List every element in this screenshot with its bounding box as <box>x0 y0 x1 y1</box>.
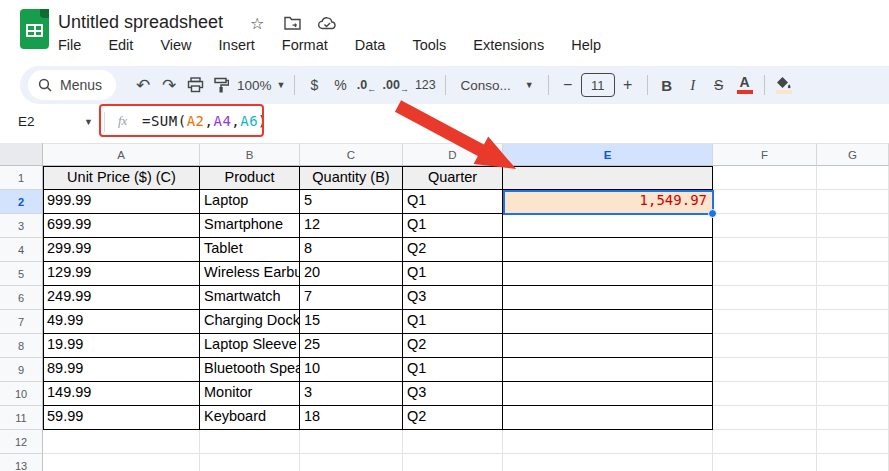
cell-D12[interactable] <box>403 430 503 454</box>
menu-format[interactable]: Format <box>282 37 328 53</box>
cell-C8[interactable]: 25 <box>300 334 403 358</box>
cell-E10[interactable] <box>503 382 713 406</box>
cell-E7[interactable] <box>503 310 713 334</box>
row-header-4[interactable]: 4 <box>0 238 43 262</box>
cell-D11[interactable]: Q2 <box>403 406 503 430</box>
cell-C3[interactable]: 12 <box>300 214 403 238</box>
menu-insert[interactable]: Insert <box>219 37 255 53</box>
cell-G9[interactable] <box>817 358 889 382</box>
name-box[interactable]: E2 <box>18 114 35 129</box>
font-family-select[interactable]: Conso... <box>452 72 520 98</box>
format-percent-button[interactable]: % <box>327 72 353 98</box>
cell-G3[interactable] <box>817 214 889 238</box>
formula-input[interactable]: =SUM(A2,A4,A6) <box>142 113 267 129</box>
cell-B3[interactable]: Smartphone <box>200 214 300 238</box>
cell-F1[interactable] <box>713 166 817 190</box>
cell-E4[interactable] <box>503 238 713 262</box>
decrease-decimal-button[interactable]: .0← <box>353 72 379 98</box>
chevron-down-icon[interactable]: ▼ <box>84 117 93 127</box>
col-header-G[interactable]: G <box>817 143 889 166</box>
cell-G11[interactable] <box>817 406 889 430</box>
italic-button[interactable]: I <box>680 72 706 98</box>
cell-D2[interactable]: Q1 <box>403 190 503 214</box>
cell-A10[interactable]: 149.99 <box>43 382 200 406</box>
cell-D9[interactable]: Q1 <box>403 358 503 382</box>
cell-D13[interactable] <box>403 454 503 471</box>
cell-C12[interactable] <box>300 430 403 454</box>
menu-help[interactable]: Help <box>571 37 601 53</box>
format-currency-button[interactable]: $ <box>301 72 327 98</box>
cell-A9[interactable]: 89.99 <box>43 358 200 382</box>
cell-G4[interactable] <box>817 238 889 262</box>
cell-E6[interactable] <box>503 286 713 310</box>
col-header-E[interactable]: E <box>503 143 713 166</box>
col-header-D[interactable]: D <box>403 143 503 166</box>
cell-G6[interactable] <box>817 286 889 310</box>
cell-G1[interactable] <box>817 166 889 190</box>
row-header-11[interactable]: 11 <box>0 406 43 430</box>
row-header-10[interactable]: 10 <box>0 382 43 406</box>
cell-C10[interactable]: 3 <box>300 382 403 406</box>
cell-B2[interactable]: Laptop <box>200 190 300 214</box>
cell-D8[interactable]: Q2 <box>403 334 503 358</box>
menu-file[interactable]: File <box>58 37 81 53</box>
row-header-12[interactable]: 12 <box>0 430 43 454</box>
cell-F11[interactable] <box>713 406 817 430</box>
cell-C11[interactable]: 18 <box>300 406 403 430</box>
cell-B10[interactable]: Monitor <box>200 382 300 406</box>
strikethrough-button[interactable]: S <box>706 72 732 98</box>
increase-font-size-button[interactable]: + <box>615 72 641 98</box>
cell-B5[interactable]: Wireless Earbuds <box>200 262 300 286</box>
row-header-6[interactable]: 6 <box>0 286 43 310</box>
cell-B1[interactable]: Product <box>200 166 300 190</box>
cell-C13[interactable] <box>300 454 403 471</box>
cell-E5[interactable] <box>503 262 713 286</box>
cell-F2[interactable] <box>713 190 817 214</box>
cell-A13[interactable] <box>43 454 200 471</box>
cell-F3[interactable] <box>713 214 817 238</box>
cell-B13[interactable] <box>200 454 300 471</box>
cell-F10[interactable] <box>713 382 817 406</box>
row-header-3[interactable]: 3 <box>0 214 43 238</box>
cell-G2[interactable] <box>817 190 889 214</box>
cell-A12[interactable] <box>43 430 200 454</box>
cell-B4[interactable]: Tablet <box>200 238 300 262</box>
cell-F13[interactable] <box>713 454 817 471</box>
cell-D4[interactable]: Q2 <box>403 238 503 262</box>
cell-F9[interactable] <box>713 358 817 382</box>
cell-B6[interactable]: Smartwatch <box>200 286 300 310</box>
cell-B7[interactable]: Charging Dock <box>200 310 300 334</box>
redo-button[interactable]: ↷ <box>156 72 182 98</box>
more-formats-button[interactable]: 123 <box>412 72 439 98</box>
cell-G8[interactable] <box>817 334 889 358</box>
print-button[interactable] <box>182 72 208 98</box>
row-header-5[interactable]: 5 <box>0 262 43 286</box>
document-title[interactable]: Untitled spreadsheet <box>58 12 223 33</box>
cell-C6[interactable]: 7 <box>300 286 403 310</box>
cell-G7[interactable] <box>817 310 889 334</box>
fill-color-button[interactable] <box>771 72 797 98</box>
menu-data[interactable]: Data <box>355 37 386 53</box>
select-all-corner[interactable] <box>0 143 43 166</box>
row-header-7[interactable]: 7 <box>0 310 43 334</box>
star-icon[interactable]: ☆ <box>250 14 264 33</box>
cell-E2[interactable]: 1,549.97 <box>503 190 713 214</box>
cell-E13[interactable] <box>503 454 713 471</box>
font-size-input[interactable]: 11 <box>581 73 615 97</box>
cell-A5[interactable]: 129.99 <box>43 262 200 286</box>
undo-button[interactable]: ↶ <box>130 72 156 98</box>
row-header-9[interactable]: 9 <box>0 358 43 382</box>
cell-C7[interactable]: 15 <box>300 310 403 334</box>
cloud-saved-icon[interactable] <box>318 16 337 30</box>
cell-E1[interactable] <box>503 166 713 190</box>
cell-G12[interactable] <box>817 430 889 454</box>
col-header-B[interactable]: B <box>200 143 300 166</box>
cell-E3[interactable] <box>503 214 713 238</box>
cell-C1[interactable]: Quantity (B) <box>300 166 403 190</box>
cell-A6[interactable]: 249.99 <box>43 286 200 310</box>
cell-C2[interactable]: 5 <box>300 190 403 214</box>
cell-B9[interactable]: Bluetooth Speaker <box>200 358 300 382</box>
menus-search-button[interactable]: Menus <box>28 70 116 100</box>
cell-F12[interactable] <box>713 430 817 454</box>
cell-F8[interactable] <box>713 334 817 358</box>
